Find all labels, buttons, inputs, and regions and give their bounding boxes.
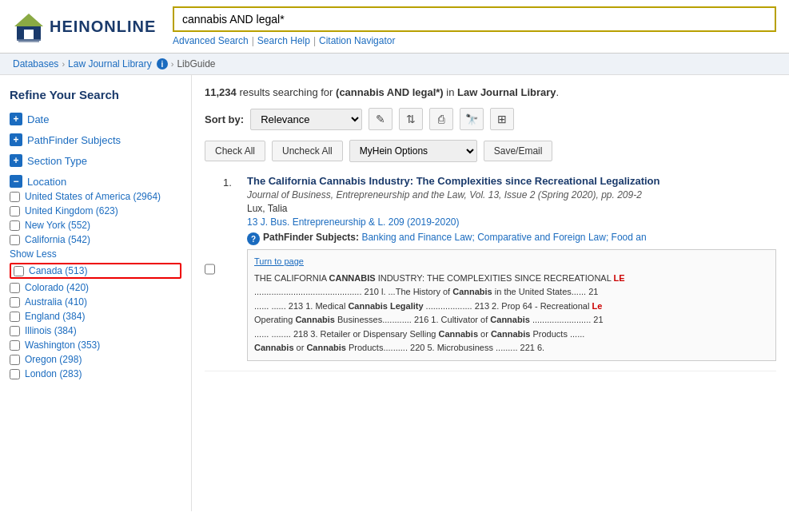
citation-navigator-link[interactable]: Citation Navigator — [319, 35, 395, 46]
filter-pathfinder-label: PathFinder Subjects — [27, 134, 121, 146]
sort-select[interactable]: Relevance Date (Newest) Date (Oldest) Ti… — [250, 109, 362, 130]
svg-rect-2 — [24, 30, 34, 39]
myhein-options-select[interactable]: MyHein Options Add to Folder Export Cita… — [349, 140, 477, 162]
turn-to-page-link-1[interactable]: Turn to page — [254, 255, 769, 268]
location-label-canada[interactable]: Canada (513) — [29, 265, 87, 276]
list-item: Oregon (298) — [10, 354, 181, 365]
breadcrumb-law-journal[interactable]: Law Journal Library — [68, 58, 152, 69]
list-item: California (542) — [10, 234, 181, 245]
pathfinder-icon-1: ? — [247, 232, 260, 245]
filter-section-type-toggle: + — [10, 154, 22, 167]
location-label-usa[interactable]: United States of America (2964) — [25, 191, 161, 202]
result-journal-1: Journal of Business, Entrepreneurship an… — [247, 189, 776, 200]
result-pathfinder-1: ? PathFinder Subjects: Banking and Finan… — [247, 232, 776, 245]
pathfinder-subjects-1: Banking and Finance Law; Comparative and… — [361, 232, 646, 243]
list-item: United States of America (2964) — [10, 191, 181, 202]
location-label-london[interactable]: London (283) — [25, 368, 82, 379]
table-icon-button[interactable]: ⊞ — [490, 108, 514, 130]
list-item: New York (552) — [10, 220, 181, 231]
pathfinder-subject-link[interactable]: Banking and Finance Law; Comparative and… — [361, 232, 646, 243]
toolbar: Sort by: Relevance Date (Newest) Date (O… — [205, 108, 776, 130]
location-label-australia[interactable]: Australia (410) — [25, 296, 87, 308]
filter-pathfinder-toggle: + — [10, 133, 22, 146]
filter-section-type: + Section Type — [10, 154, 181, 167]
filter-date: + Date — [10, 113, 181, 125]
edit-icon-button[interactable]: ✎ — [369, 108, 393, 130]
check-all-button[interactable]: Check All — [205, 141, 265, 161]
sidebar: Refine Your Search + Date + PathFinder S… — [0, 75, 192, 511]
binoculars-icon-button[interactable]: 🔭 — [460, 108, 484, 130]
filter-section-type-header[interactable]: + Section Type — [10, 154, 181, 167]
main: Refine Your Search + Date + PathFinder S… — [0, 75, 789, 511]
location-label-uk[interactable]: United Kingdom (623) — [25, 205, 118, 216]
filter-pathfinder: + PathFinder Subjects — [10, 133, 181, 146]
location-label-washington[interactable]: Washington (353) — [25, 339, 100, 351]
results-query: (cannabis AND legal*) — [336, 86, 444, 98]
result-journal-detail-1: Vol. 13, Issue 2 (Spring 2020), pp. 209-… — [469, 189, 642, 200]
filter-date-label: Date — [27, 113, 49, 125]
result-journal-name-1: Journal of Business, Entrepreneurship an… — [247, 189, 464, 200]
result-author-1: Lux, Talia — [247, 203, 776, 214]
breadcrumb-chevron-2: › — [171, 59, 174, 69]
result-preview-box-1: Turn to page THE CALIFORNIA CANNABIS IND… — [247, 249, 776, 361]
results-header: 11,234 results searching for (cannabis A… — [205, 86, 776, 98]
result-preview-text-1: THE CALIFORNIA CANNABIS INDUSTRY: THE CO… — [254, 272, 769, 356]
save-email-button[interactable]: Save/Email — [484, 141, 553, 161]
search-area: Advanced Search | Search Help | Citation… — [173, 6, 776, 46]
location-checkbox-ny[interactable] — [10, 220, 20, 231]
location-checkbox-illinois[interactable] — [10, 326, 20, 336]
list-item: United Kingdom (623) — [10, 205, 181, 216]
filter-date-header[interactable]: + Date — [10, 113, 181, 125]
location-label-illinois[interactable]: Illinois (384) — [25, 325, 77, 336]
location-checkbox-washington[interactable] — [10, 340, 20, 351]
uncheck-all-button[interactable]: Uncheck All — [272, 141, 343, 161]
list-item: Washington (353) — [10, 339, 181, 351]
result-body-1: The California Cannabis Industry: The Co… — [247, 175, 776, 361]
location-checkbox-oregon[interactable] — [10, 355, 20, 365]
content: 11,234 results searching for (cannabis A… — [192, 75, 789, 511]
location-label-ca[interactable]: California (542) — [25, 234, 90, 245]
location-checkbox-australia[interactable] — [10, 297, 20, 308]
location-items-bottom: Canada (513) Colorado (420) Australia (4… — [10, 263, 181, 379]
result-title-1[interactable]: The California Cannabis Industry: The Co… — [247, 175, 776, 187]
filter-date-toggle: + — [10, 113, 22, 125]
location-label-oregon[interactable]: Oregon (298) — [25, 354, 82, 365]
filter-location-toggle: − — [10, 175, 22, 188]
result-citation-1[interactable]: 13 J. Bus. Entrepreneurship & L. 209 (20… — [247, 216, 776, 228]
result-checkbox-1[interactable] — [205, 177, 215, 361]
logo-text: HEINONLINE — [50, 18, 156, 36]
filter-section-type-label: Section Type — [27, 155, 87, 167]
advanced-search-link[interactable]: Advanced Search — [173, 35, 249, 46]
location-checkbox-usa[interactable] — [10, 192, 20, 202]
info-icon[interactable]: i — [157, 58, 168, 69]
breadcrumb-databases[interactable]: Databases — [13, 58, 58, 69]
location-label-colorado[interactable]: Colorado (420) — [25, 282, 89, 293]
logo-area: HEINONLINE — [13, 10, 157, 42]
filter-pathfinder-header[interactable]: + PathFinder Subjects — [10, 133, 181, 146]
search-help-link[interactable]: Search Help — [257, 35, 310, 46]
header: HEINONLINE Advanced Search | Search Help… — [0, 0, 789, 54]
results-library: Law Journal Library — [457, 86, 556, 98]
location-checkbox-colorado[interactable] — [10, 283, 20, 293]
location-label-ny[interactable]: New York (552) — [25, 220, 90, 231]
show-less-link[interactable]: Show Less — [10, 248, 181, 260]
search-input[interactable] — [173, 6, 776, 32]
location-checkbox-london[interactable] — [10, 369, 20, 379]
print-icon-button[interactable]: ⎙ — [429, 108, 453, 130]
location-items-top: United States of America (2964) United K… — [10, 191, 181, 245]
list-item: London (283) — [10, 368, 181, 379]
location-checkbox-england[interactable] — [10, 312, 20, 322]
pathfinder-label-1: PathFinder Subjects: — [263, 232, 359, 243]
location-checkbox-canada[interactable] — [14, 266, 24, 276]
location-checkbox-ca[interactable] — [10, 235, 20, 245]
result-number-1: 1. — [223, 175, 239, 361]
filter-location-header[interactable]: − Location — [10, 175, 181, 188]
sort-label: Sort by: — [205, 113, 244, 125]
svg-marker-1 — [14, 14, 43, 26]
location-checkbox-uk[interactable] — [10, 206, 20, 216]
sort-icon-button[interactable]: ⇅ — [399, 108, 423, 130]
location-label-england[interactable]: England (384) — [25, 311, 85, 322]
heinonline-logo-icon — [13, 10, 45, 42]
list-item: Australia (410) — [10, 296, 181, 308]
breadcrumb-libguide: LibGuide — [177, 58, 215, 69]
